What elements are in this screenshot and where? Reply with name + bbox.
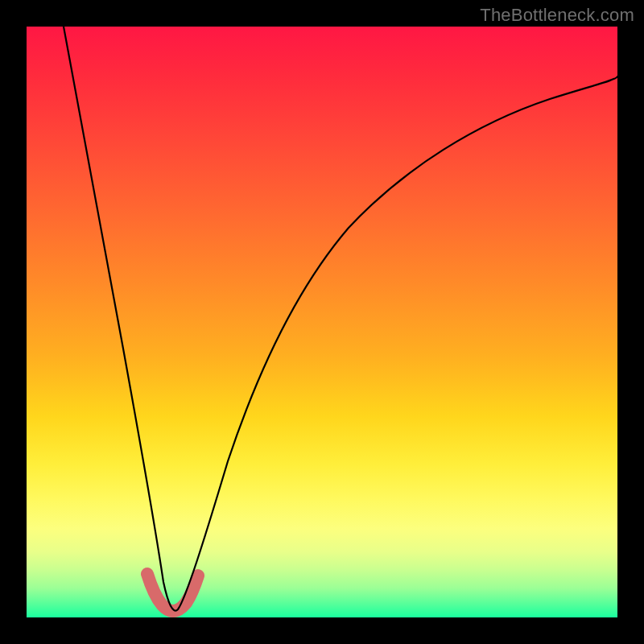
curve-svg bbox=[27, 27, 617, 617]
bottleneck-curve bbox=[64, 27, 617, 611]
plot-area bbox=[27, 27, 617, 617]
chart-frame: TheBottleneck.com bbox=[0, 0, 644, 644]
optimal-region-highlight bbox=[147, 574, 198, 611]
attribution-text: TheBottleneck.com bbox=[480, 5, 634, 26]
